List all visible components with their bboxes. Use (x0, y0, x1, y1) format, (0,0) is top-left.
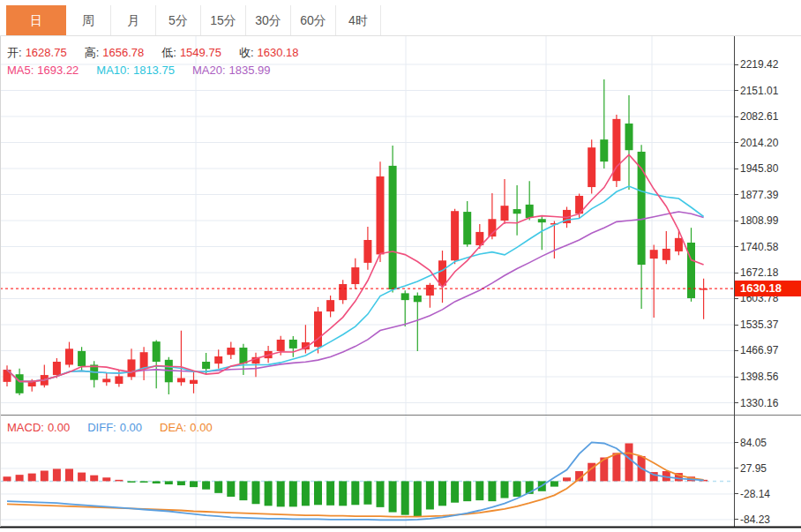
candle-up (326, 300, 334, 311)
readout-label: MACD: (7, 421, 44, 434)
macd-histogram-bar (488, 481, 496, 501)
chart-canvas[interactable] (0, 0, 801, 532)
axis-tick-mark (734, 377, 738, 378)
candle-up (227, 348, 235, 355)
macd-histogram-bar (202, 481, 210, 489)
candle-up (438, 260, 446, 285)
macd-histogram-bar (501, 481, 509, 498)
axis-tick-mark (734, 402, 738, 403)
candle-up (675, 238, 683, 251)
macd-histogram-bar (265, 481, 273, 506)
candle-down (401, 293, 409, 300)
macd-histogram-bar (115, 480, 123, 482)
candle-up (650, 250, 658, 259)
macd-histogram-bar (28, 474, 36, 482)
macd-histogram-bar (563, 477, 571, 481)
readout-label: MA5: (7, 64, 34, 77)
readout-value: 1630.18 (258, 46, 299, 59)
candle-up (451, 211, 459, 260)
candle-up (351, 267, 359, 284)
candle-up (128, 359, 136, 377)
axis-tick-label: 1877.39 (740, 189, 778, 201)
axis-tick-mark (734, 298, 738, 299)
axis-tick-label: 1945.80 (740, 162, 778, 175)
ma20-line (7, 212, 704, 381)
axis-tick-label: 2151.01 (740, 85, 778, 97)
axis-tick-label: 1466.97 (740, 344, 778, 356)
candle-down (153, 341, 161, 362)
macd-histogram-bar (90, 476, 98, 482)
axis-tick-label: 1330.16 (740, 397, 778, 409)
axis-tick-label: 2014.20 (740, 137, 778, 149)
axis-tick-label: -28.14 (740, 488, 770, 500)
macd-histogram-bar (339, 481, 347, 506)
axis-tick-label: 1535.37 (740, 318, 778, 331)
axis-tick-mark (734, 221, 738, 221)
candle-up (53, 362, 61, 375)
macd-histogram-bar (550, 481, 558, 486)
candle-up (115, 376, 123, 384)
macd-histogram-bar (438, 481, 446, 506)
current-price-badge: 1630.18 (735, 281, 801, 296)
candle-down (463, 212, 471, 244)
readout-label: 高: (85, 46, 100, 59)
macd-histogram-bar (41, 471, 49, 482)
readout-label: 开: (7, 46, 22, 59)
macd-histogram-bar (128, 481, 136, 483)
axis-tick-mark (734, 116, 738, 117)
axis-tick-mark (734, 246, 738, 247)
readout-value: 1693.22 (37, 64, 79, 77)
axis-tick-label: 1740.58 (740, 241, 778, 253)
macd-histogram-bar (177, 481, 185, 485)
candle-up (588, 147, 595, 187)
readout-label: MA10: (96, 64, 130, 77)
macd-histogram-bar (165, 481, 173, 484)
readout-item: 低:1549.75 (161, 46, 225, 59)
candle-down (600, 139, 608, 161)
candle-down (16, 374, 24, 393)
readout-value: 1835.99 (229, 64, 271, 77)
axis-tick-label: 1808.99 (740, 214, 778, 227)
candle-up (363, 240, 371, 263)
axis-tick-label: 27.95 (740, 462, 767, 475)
candle-down (526, 205, 534, 218)
axis-tick-label: 1672.18 (740, 266, 778, 279)
macd-histogram-bar (252, 481, 260, 504)
ohlc-readout: 开:1628.75高:1656.78低:1549.75收:1630.18 (7, 45, 317, 61)
candle-down (239, 348, 247, 363)
macd-histogram-bar (475, 481, 483, 500)
macd-histogram-bar (289, 481, 297, 506)
axis-tick-mark (734, 90, 738, 91)
macd-histogram-bar (351, 481, 359, 505)
macd-histogram-bar (53, 468, 61, 481)
macd-histogram-bar (401, 481, 409, 514)
candle-up (314, 311, 322, 347)
axis-tick-mark (734, 442, 738, 443)
candlestick-layer (4, 79, 708, 395)
candle-up (190, 380, 198, 384)
macd-histogram-bar (190, 481, 198, 487)
axis-tick-mark (734, 493, 738, 494)
ma-readout: MA5:1693.22MA10:1813.75MA20:1835.99 (7, 64, 288, 77)
macd-histogram-bar (239, 481, 247, 500)
macd-histogram-bar (363, 481, 371, 504)
candle-down (78, 351, 86, 366)
candle-up (501, 206, 509, 221)
axis-tick-mark (734, 519, 738, 520)
macd-histogram-bar (78, 473, 86, 482)
readout-item: MACD:0.00 (7, 421, 73, 434)
readout-item: MA10:1813.75 (96, 64, 178, 77)
axis-tick-mark (734, 64, 738, 65)
readout-value: 1549.75 (180, 46, 221, 59)
macd-histogram-bar (102, 477, 110, 481)
macd-histogram-bar (377, 481, 385, 506)
macd-histogram-bar (414, 481, 422, 516)
kline-chart-app: 日周月5分15分30分60分4时 开:1628.75高:1656.78低:154… (0, 0, 801, 532)
macd-histogram-bar (153, 481, 161, 483)
readout-label: DEA: (160, 421, 186, 434)
readout-item: DEA:0.00 (160, 421, 216, 434)
axis-tick-label: 1398.56 (740, 371, 778, 383)
macd-histogram-bar (314, 481, 322, 505)
axis-tick-label: -84.23 (740, 513, 770, 526)
macd-histogram-bar (4, 476, 11, 481)
